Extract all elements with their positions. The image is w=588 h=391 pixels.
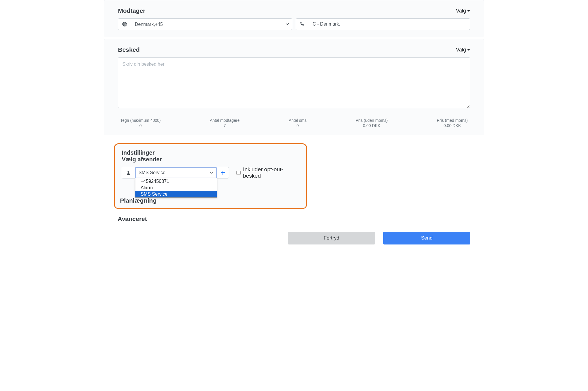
message-card: Besked Valg Tegn (maximum 4000) 0 Antal …	[104, 39, 484, 135]
phone-icon	[296, 19, 309, 30]
price-inc-value: 0.00 DKK	[437, 123, 468, 128]
sender-option[interactable]: Alarm	[135, 185, 217, 191]
globe-icon	[118, 19, 131, 30]
recipient-title: Modtager	[118, 7, 146, 14]
settings-title: Indstillinger	[122, 149, 299, 156]
price-ex-label: Pris (uden moms)	[356, 118, 388, 123]
settings-subtitle: Vælg afsender	[122, 156, 299, 163]
chars-value: 0	[120, 123, 161, 128]
sms-label: Antal sms	[289, 118, 306, 123]
recipient-card: Modtager Valg Denmark,+45	[104, 0, 484, 37]
recipients-value: 7	[210, 123, 240, 128]
caret-down-icon	[467, 10, 470, 12]
footer-buttons: Fortryd Send	[104, 226, 484, 250]
chars-label: Tegn (maximum 4000)	[120, 118, 161, 123]
country-select-group: Denmark,+45	[118, 18, 292, 30]
price-ex-value: 0.00 DKK	[356, 123, 388, 128]
add-sender-button[interactable]	[217, 167, 229, 178]
message-options-label: Valg	[456, 47, 466, 53]
price-inc-label: Pris (med moms)	[437, 118, 468, 123]
message-options-dropdown[interactable]: Valg	[456, 47, 470, 53]
phone-input-group	[296, 18, 470, 30]
message-title: Besked	[118, 46, 140, 53]
planning-title: Planlægning	[120, 197, 157, 204]
sender-select[interactable]: SMS Service	[135, 167, 217, 178]
recipients-label: Antal modtagere	[210, 118, 240, 123]
user-icon	[122, 167, 135, 178]
phone-input[interactable]	[309, 19, 470, 30]
cancel-button[interactable]: Fortryd	[288, 232, 375, 244]
sender-group: SMS Service +4592450871 Alarm SMS Servic…	[122, 167, 229, 178]
advanced-title: Avanceret	[118, 215, 470, 222]
country-select[interactable]: Denmark,+45	[131, 19, 292, 30]
message-stats: Tegn (maximum 4000) 0 Antal modtagere 7 …	[118, 118, 470, 128]
optout-checkbox[interactable]	[236, 171, 241, 175]
settings-card: Indstillinger Vælg afsender SMS Service …	[114, 143, 307, 209]
optout-label[interactable]: Inkluder opt-out-besked	[243, 166, 299, 179]
sender-option[interactable]: SMS Service	[135, 191, 217, 197]
advanced-section: Avanceret	[104, 209, 484, 226]
sender-dropdown-list: +4592450871 Alarm SMS Service	[135, 178, 217, 198]
sms-value: 0	[289, 123, 306, 128]
recipient-options-label: Valg	[456, 8, 466, 14]
message-textarea[interactable]	[118, 57, 470, 108]
send-button[interactable]: Send	[383, 232, 470, 244]
recipient-options-dropdown[interactable]: Valg	[456, 8, 470, 14]
caret-down-icon	[467, 49, 470, 51]
sender-option[interactable]: +4592450871	[135, 178, 217, 185]
